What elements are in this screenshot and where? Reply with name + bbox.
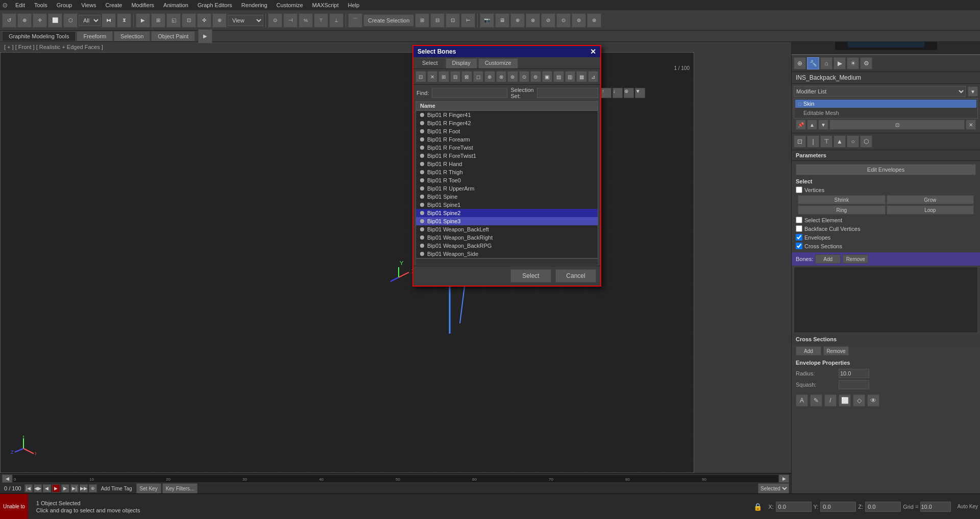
diag-btn-1[interactable]: ⊡ <box>415 71 426 82</box>
panel-display-icon[interactable]: ☀ <box>847 57 859 69</box>
modifier-dropdown[interactable]: Modifier List <box>794 86 966 97</box>
panel-utils-icon[interactable]: ⚙ <box>860 57 872 69</box>
bones-listbox[interactable]: Bip01 R Finger41Bip01 R Finger42Bip01 R … <box>415 110 598 258</box>
select-element-checkbox[interactable] <box>796 217 802 223</box>
tl-play-btn[interactable]: ▶ <box>52 484 60 492</box>
ring-btn[interactable]: Ring <box>798 205 886 215</box>
transform-btn[interactable]: ⊞ <box>151 13 165 28</box>
panel-modify-icon[interactable]: 🔧 <box>807 57 819 69</box>
pivot-btn[interactable]: ⊙ <box>268 13 282 28</box>
menu-modifiers[interactable]: Modifiers <box>127 1 158 9</box>
bones-list-item[interactable]: Bip01 Weapon_BackRPG <box>416 242 598 250</box>
vertices-checkbox[interactable] <box>796 186 802 193</box>
paint-btn[interactable]: ⬡ <box>63 13 78 28</box>
pct2-btn[interactable]: ⊤ <box>314 13 328 28</box>
sel-set-btn-2[interactable]: ↓ <box>612 88 623 98</box>
edit-envelopes-btn[interactable]: Edit Envelopes <box>796 164 976 175</box>
loop-btn[interactable]: Loop <box>887 205 974 215</box>
mod-icon-1[interactable]: ⊡ <box>794 135 806 148</box>
diag-btn-7[interactable]: ⊕ <box>484 71 495 82</box>
mod-icon-6[interactable]: ⬡ <box>860 135 872 148</box>
menu-customize[interactable]: Customize <box>273 1 307 9</box>
box-icon[interactable]: ⬜ <box>839 394 851 407</box>
bones-list-item[interactable]: Bip01 Weapon_BackLeft <box>416 225 598 233</box>
stack-down-btn[interactable]: ▼ <box>818 120 828 130</box>
render3-btn[interactable]: ⊕ <box>510 13 525 28</box>
menu-edit[interactable]: Edit <box>11 1 29 9</box>
bones-list-item[interactable]: Bip01 R ForeTwist <box>416 144 598 152</box>
diag-btn-13[interactable]: ▤ <box>553 71 564 82</box>
tab-selection[interactable]: Selection <box>114 31 150 41</box>
bones-list-item[interactable]: Bip01 Weapon_Side <box>416 250 598 258</box>
tl-nav-5[interactable]: ▶| <box>70 484 79 492</box>
selected-dropdown[interactable]: Selected <box>758 483 789 493</box>
window-btn[interactable]: ⊡ <box>182 13 196 28</box>
tl-nav-1[interactable]: |◀ <box>24 484 33 492</box>
radius-input[interactable] <box>839 369 869 378</box>
mod-icon-4[interactable]: ▲ <box>834 135 846 148</box>
menu-views[interactable]: Views <box>77 1 100 9</box>
tab-more-btn[interactable]: ▶ <box>198 29 212 43</box>
extra1-btn[interactable]: ⊞ <box>415 13 429 28</box>
select-bones-dialog[interactable]: Select Bones ✕ Select Display Customize … <box>412 45 601 287</box>
tl-nav-6[interactable]: ▶▶ <box>80 484 88 492</box>
sel-region-btn[interactable]: ◱ <box>166 13 181 28</box>
panel-hierarchy-icon[interactable]: ⌂ <box>820 57 832 69</box>
bones-list-item[interactable]: Bip01 R Foot <box>416 127 598 135</box>
mod-icon-3[interactable]: ⊤ <box>820 135 832 148</box>
undo-btn[interactable]: ↺ <box>2 13 16 28</box>
eye-icon[interactable]: 👁 <box>867 394 879 407</box>
bones-list-item[interactable]: Bip01 R Hand <box>416 160 598 168</box>
pct-btn[interactable]: % <box>299 13 313 28</box>
sel-set-btn-3[interactable]: ⊕ <box>624 88 634 98</box>
render4-btn[interactable]: ⊗ <box>526 13 540 28</box>
bones-list-item[interactable]: Bip01 Weapon_BackRight <box>416 233 598 242</box>
delete-mod-btn[interactable]: ✕ <box>966 120 976 130</box>
sel-set-btn-1[interactable]: ↑ <box>601 88 611 98</box>
bones-list-item[interactable]: Bip01 R Toe0 <box>416 176 598 184</box>
shrink-btn[interactable]: Shrink <box>798 195 886 204</box>
bind-btn[interactable]: ⧗ <box>117 13 131 28</box>
backface-checkbox[interactable] <box>796 225 802 232</box>
sel-filter-btn[interactable]: ▶ <box>136 13 150 28</box>
panel-create-icon[interactable]: ⊕ <box>794 57 806 69</box>
menu-help[interactable]: Help <box>344 1 364 9</box>
squash-input[interactable] <box>839 380 869 389</box>
region-btn[interactable]: ⬜ <box>48 13 62 28</box>
bones-list-item[interactable]: Bip01 Spine <box>416 193 598 201</box>
render7-btn[interactable]: ⊚ <box>572 13 586 28</box>
tab-freeform[interactable]: Freeform <box>77 31 113 41</box>
cross-remove-btn[interactable]: Remove <box>823 346 849 356</box>
render2-btn[interactable]: 🖥 <box>495 13 509 28</box>
diag-btn-15[interactable]: ▦ <box>576 71 587 82</box>
menu-animation[interactable]: Animation <box>159 1 192 9</box>
bones-list-item[interactable]: Bip01 R Finger41 <box>416 111 598 119</box>
diag-btn-8[interactable]: ⊗ <box>496 71 507 82</box>
diag-btn-5[interactable]: ⊠ <box>461 71 472 82</box>
diag-btn-10[interactable]: ⊙ <box>519 71 530 82</box>
menu-maxscript[interactable]: MAXScript <box>308 1 343 9</box>
extra2-btn[interactable]: ⊟ <box>430 13 445 28</box>
diag-btn-12[interactable]: ▣ <box>542 71 553 82</box>
diamond-icon[interactable]: ◇ <box>853 394 865 407</box>
dialog-tab-select[interactable]: Select <box>415 58 445 68</box>
cross-add-btn[interactable]: Add <box>796 346 821 356</box>
timeline-slider[interactable]: 0 10 20 30 40 50 60 70 80 90 <box>12 475 779 483</box>
tab-objectpaint[interactable]: Object Paint <box>151 31 195 41</box>
z-input[interactable] <box>865 502 901 512</box>
pin-btn[interactable]: 📌 <box>796 120 806 130</box>
curve-btn[interactable]: ⌒ <box>348 13 362 28</box>
select-btn-dialog[interactable]: Select <box>510 269 551 282</box>
tl-nav-2[interactable]: ◀▶ <box>34 484 42 492</box>
bones-list-item[interactable]: Bip01 Spine3 <box>416 217 598 225</box>
diag-btn-14[interactable]: ▥ <box>565 71 576 82</box>
bones-remove-btn[interactable]: Remove <box>843 254 868 264</box>
x-input[interactable] <box>776 502 812 512</box>
find-input[interactable] <box>432 88 507 98</box>
diag-btn-3[interactable]: ⊞ <box>438 71 449 82</box>
bones-list-item[interactable]: Bip01 R UpperArm <box>416 184 598 193</box>
dialog-tab-display[interactable]: Display <box>446 58 477 68</box>
text-icon[interactable]: A <box>796 394 808 407</box>
tl-nav-7[interactable]: ⊕ <box>89 484 97 492</box>
bones-list-item[interactable]: Bip01 R Forearm <box>416 135 598 144</box>
